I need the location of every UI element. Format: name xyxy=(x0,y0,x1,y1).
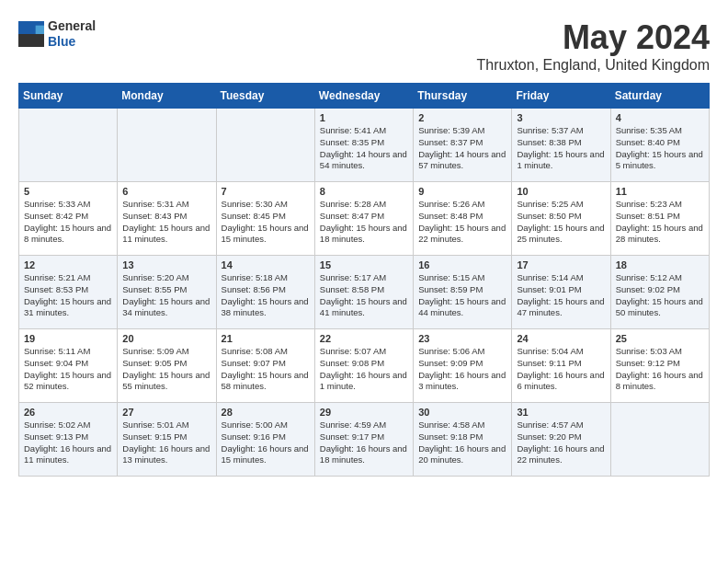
location: Thruxton, England, United Kingdom xyxy=(477,57,710,74)
calendar-cell: 20Sunrise: 5:09 AM Sunset: 9:05 PM Dayli… xyxy=(118,329,216,403)
calendar-cell: 25Sunrise: 5:03 AM Sunset: 9:12 PM Dayli… xyxy=(610,329,709,403)
day-header-sunday: Sunday xyxy=(19,84,118,109)
day-number: 20 xyxy=(122,333,210,344)
day-header-monday: Monday xyxy=(118,84,216,109)
cell-content: Sunrise: 5:17 AM Sunset: 8:58 PM Dayligh… xyxy=(320,272,408,319)
calendar-cell: 19Sunrise: 5:11 AM Sunset: 9:04 PM Dayli… xyxy=(19,329,118,403)
title-block: May 2024 Thruxton, England, United Kingd… xyxy=(477,18,710,74)
cell-content: Sunrise: 5:12 AM Sunset: 9:02 PM Dayligh… xyxy=(616,272,704,319)
calendar-cell: 6Sunrise: 5:31 AM Sunset: 8:43 PM Daylig… xyxy=(118,182,216,256)
calendar-header-row: SundayMondayTuesdayWednesdayThursdayFrid… xyxy=(19,84,710,109)
day-number: 23 xyxy=(418,333,506,344)
calendar-cell: 17Sunrise: 5:14 AM Sunset: 9:01 PM Dayli… xyxy=(512,256,610,329)
day-number: 17 xyxy=(517,259,605,270)
calendar-cell: 5Sunrise: 5:33 AM Sunset: 8:42 PM Daylig… xyxy=(19,182,118,256)
calendar-week-row: 19Sunrise: 5:11 AM Sunset: 9:04 PM Dayli… xyxy=(19,329,710,403)
cell-content: Sunrise: 5:11 AM Sunset: 9:04 PM Dayligh… xyxy=(24,346,112,393)
cell-content: Sunrise: 5:33 AM Sunset: 8:42 PM Dayligh… xyxy=(24,199,112,246)
day-number: 10 xyxy=(517,186,605,197)
day-number: 22 xyxy=(320,333,408,344)
day-number: 3 xyxy=(517,112,605,123)
calendar-cell: 9Sunrise: 5:26 AM Sunset: 8:48 PM Daylig… xyxy=(414,182,512,256)
calendar-cell: 23Sunrise: 5:06 AM Sunset: 9:09 PM Dayli… xyxy=(414,329,512,403)
calendar-cell: 15Sunrise: 5:17 AM Sunset: 8:58 PM Dayli… xyxy=(314,256,413,329)
cell-content: Sunrise: 5:41 AM Sunset: 8:35 PM Dayligh… xyxy=(320,125,408,172)
calendar-cell: 11Sunrise: 5:23 AM Sunset: 8:51 PM Dayli… xyxy=(610,182,709,256)
day-header-friday: Friday xyxy=(512,84,610,109)
cell-content: Sunrise: 5:37 AM Sunset: 8:38 PM Dayligh… xyxy=(517,125,605,172)
calendar-cell: 4Sunrise: 5:35 AM Sunset: 8:40 PM Daylig… xyxy=(610,109,709,182)
cell-content: Sunrise: 5:00 AM Sunset: 9:16 PM Dayligh… xyxy=(222,419,310,466)
day-number: 26 xyxy=(24,407,112,418)
logo: General Blue xyxy=(18,18,96,50)
cell-content: Sunrise: 5:31 AM Sunset: 8:43 PM Dayligh… xyxy=(122,199,210,246)
calendar-week-row: 12Sunrise: 5:21 AM Sunset: 8:53 PM Dayli… xyxy=(19,256,710,329)
calendar-cell: 14Sunrise: 5:18 AM Sunset: 8:56 PM Dayli… xyxy=(216,256,314,329)
cell-content: Sunrise: 5:01 AM Sunset: 9:15 PM Dayligh… xyxy=(122,419,210,466)
cell-content: Sunrise: 5:25 AM Sunset: 8:50 PM Dayligh… xyxy=(517,199,605,246)
calendar-cell: 7Sunrise: 5:30 AM Sunset: 8:45 PM Daylig… xyxy=(216,182,314,256)
logo-general: General xyxy=(48,18,96,34)
calendar-cell: 28Sunrise: 5:00 AM Sunset: 9:16 PM Dayli… xyxy=(216,403,314,477)
day-number: 13 xyxy=(122,259,210,270)
calendar-cell: 8Sunrise: 5:28 AM Sunset: 8:47 PM Daylig… xyxy=(314,182,413,256)
calendar-cell: 21Sunrise: 5:08 AM Sunset: 9:07 PM Dayli… xyxy=(216,329,314,403)
day-number: 27 xyxy=(122,407,210,418)
cell-content: Sunrise: 5:08 AM Sunset: 9:07 PM Dayligh… xyxy=(222,346,310,393)
calendar-cell: 12Sunrise: 5:21 AM Sunset: 8:53 PM Dayli… xyxy=(19,256,118,329)
calendar-cell: 31Sunrise: 4:57 AM Sunset: 9:20 PM Dayli… xyxy=(512,403,610,477)
day-number: 19 xyxy=(24,333,112,344)
day-number: 29 xyxy=(320,407,408,418)
day-number: 28 xyxy=(222,407,310,418)
cell-content: Sunrise: 5:07 AM Sunset: 9:08 PM Dayligh… xyxy=(320,346,408,393)
calendar-week-row: 5Sunrise: 5:33 AM Sunset: 8:42 PM Daylig… xyxy=(19,182,710,256)
cell-content: Sunrise: 4:58 AM Sunset: 9:18 PM Dayligh… xyxy=(418,419,506,466)
day-number: 6 xyxy=(122,186,210,197)
calendar-cell xyxy=(610,403,709,477)
day-number: 24 xyxy=(517,333,605,344)
cell-content: Sunrise: 5:15 AM Sunset: 8:59 PM Dayligh… xyxy=(418,272,506,319)
cell-content: Sunrise: 5:23 AM Sunset: 8:51 PM Dayligh… xyxy=(616,199,704,246)
cell-content: Sunrise: 5:39 AM Sunset: 8:37 PM Dayligh… xyxy=(418,125,506,172)
calendar-cell: 29Sunrise: 4:59 AM Sunset: 9:17 PM Dayli… xyxy=(314,403,413,477)
day-number: 2 xyxy=(418,112,506,123)
calendar-cell: 2Sunrise: 5:39 AM Sunset: 8:37 PM Daylig… xyxy=(414,109,512,182)
day-number: 7 xyxy=(222,186,310,197)
svg-rect-1 xyxy=(18,34,44,47)
day-header-tuesday: Tuesday xyxy=(216,84,314,109)
day-number: 30 xyxy=(418,407,506,418)
cell-content: Sunrise: 5:06 AM Sunset: 9:09 PM Dayligh… xyxy=(418,346,506,393)
cell-content: Sunrise: 5:04 AM Sunset: 9:11 PM Dayligh… xyxy=(517,346,605,393)
cell-content: Sunrise: 5:21 AM Sunset: 8:53 PM Dayligh… xyxy=(24,272,112,319)
page-header: General Blue May 2024 Thruxton, England,… xyxy=(18,18,710,74)
logo-icon xyxy=(18,21,44,47)
calendar-week-row: 1Sunrise: 5:41 AM Sunset: 8:35 PM Daylig… xyxy=(19,109,710,182)
cell-content: Sunrise: 5:14 AM Sunset: 9:01 PM Dayligh… xyxy=(517,272,605,319)
calendar-cell: 30Sunrise: 4:58 AM Sunset: 9:18 PM Dayli… xyxy=(414,403,512,477)
day-number: 21 xyxy=(222,333,310,344)
day-number: 4 xyxy=(616,112,704,123)
svg-marker-2 xyxy=(36,25,44,33)
calendar-week-row: 26Sunrise: 5:02 AM Sunset: 9:13 PM Dayli… xyxy=(19,403,710,477)
logo-text: General Blue xyxy=(48,18,96,50)
calendar-cell: 27Sunrise: 5:01 AM Sunset: 9:15 PM Dayli… xyxy=(118,403,216,477)
day-header-saturday: Saturday xyxy=(610,84,709,109)
cell-content: Sunrise: 4:57 AM Sunset: 9:20 PM Dayligh… xyxy=(517,419,605,466)
cell-content: Sunrise: 5:26 AM Sunset: 8:48 PM Dayligh… xyxy=(418,199,506,246)
cell-content: Sunrise: 5:18 AM Sunset: 8:56 PM Dayligh… xyxy=(222,272,310,319)
calendar-cell xyxy=(19,109,118,182)
logo-blue: Blue xyxy=(48,34,96,50)
calendar-cell: 1Sunrise: 5:41 AM Sunset: 8:35 PM Daylig… xyxy=(314,109,413,182)
calendar-cell: 16Sunrise: 5:15 AM Sunset: 8:59 PM Dayli… xyxy=(414,256,512,329)
day-number: 9 xyxy=(418,186,506,197)
day-number: 18 xyxy=(616,259,704,270)
day-number: 11 xyxy=(616,186,704,197)
day-number: 16 xyxy=(418,259,506,270)
cell-content: Sunrise: 5:30 AM Sunset: 8:45 PM Dayligh… xyxy=(222,199,310,246)
day-number: 1 xyxy=(320,112,408,123)
cell-content: Sunrise: 5:28 AM Sunset: 8:47 PM Dayligh… xyxy=(320,199,408,246)
calendar-cell xyxy=(216,109,314,182)
day-header-wednesday: Wednesday xyxy=(314,84,413,109)
day-header-thursday: Thursday xyxy=(414,84,512,109)
calendar-cell: 3Sunrise: 5:37 AM Sunset: 8:38 PM Daylig… xyxy=(512,109,610,182)
